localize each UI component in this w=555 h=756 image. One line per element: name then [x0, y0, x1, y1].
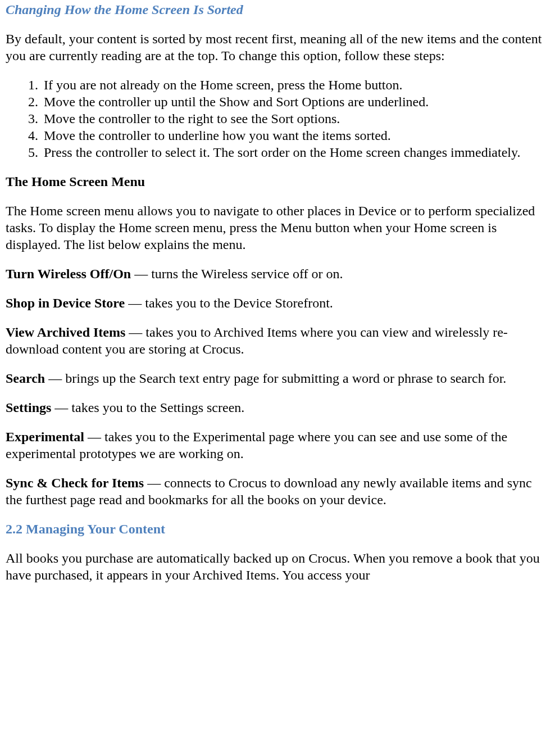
subheading-home-menu: The Home Screen Menu	[6, 173, 551, 190]
step-item: Move the controller to underline how you…	[42, 127, 551, 144]
section-heading-managing: 2.2 Managing Your Content	[6, 520, 551, 537]
menu-term: Settings	[6, 400, 51, 415]
menu-desc: — takes you to the Settings screen.	[51, 400, 244, 415]
menu-item: View Archived Items — takes you to Archi…	[6, 324, 551, 357]
menu-term: Sync & Check for Items	[6, 476, 144, 490]
menu-desc: — takes you to the Device Storefront.	[125, 296, 333, 310]
menu-item: Shop in Device Store — takes you to the …	[6, 295, 551, 311]
menu-item: Turn Wireless Off/On — turns the Wireles…	[6, 265, 551, 282]
step-item: Move the controller to the right to see …	[42, 110, 551, 127]
menu-term: Shop in Device Store	[6, 296, 125, 310]
menu-item: Settings — takes you to the Settings scr…	[6, 399, 551, 416]
menu-term: View Archived Items	[6, 325, 125, 339]
menu-term: Experimental	[6, 429, 84, 444]
menu-term: Search	[6, 371, 45, 386]
menu-item: Sync & Check for Items — connects to Cro…	[6, 474, 551, 508]
menu-desc: — brings up the Search text entry page f…	[45, 371, 506, 386]
menu-desc: — turns the Wireless service off or on.	[131, 266, 343, 281]
intro-paragraph-home-menu: The Home screen menu allows you to navig…	[6, 202, 551, 253]
step-item: If you are not already on the Home scree…	[42, 76, 551, 93]
step-item: Move the controller up until the Show an…	[42, 93, 551, 110]
step-item: Press the controller to select it. The s…	[42, 144, 551, 161]
steps-list: If you are not already on the Home scree…	[6, 76, 551, 161]
section-heading-sorting: Changing How the Home Screen Is Sorted	[6, 1, 551, 18]
menu-item: Experimental — takes you to the Experime…	[6, 428, 551, 462]
menu-term: Turn Wireless Off/On	[6, 266, 131, 281]
intro-paragraph-managing: All books you purchase are automatically…	[6, 550, 551, 583]
menu-item: Search — brings up the Search text entry…	[6, 370, 551, 387]
intro-paragraph-sorting: By default, your content is sorted by mo…	[6, 30, 551, 64]
